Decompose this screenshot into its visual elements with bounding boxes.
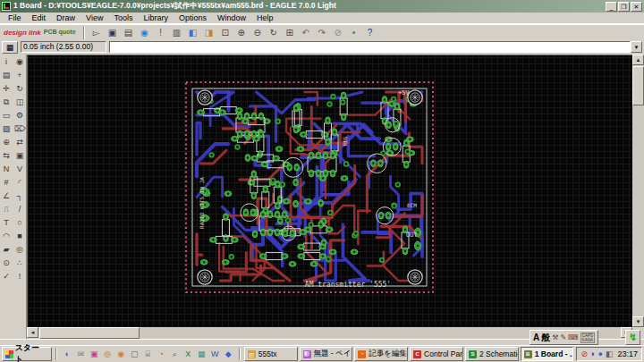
toolbar-button[interactable]: ↻ [266, 26, 282, 40]
quick-launch-icon[interactable]: ◎ [101, 348, 114, 361]
toolbar-button[interactable]: ▻ [89, 26, 105, 40]
toolbar-button[interactable]: ▥ [169, 26, 185, 40]
quick-launch-icon[interactable]: ◐ [61, 348, 74, 361]
start-button[interactable]: スタート [2, 347, 52, 361]
toolbar-button[interactable]: ▣ [105, 26, 121, 40]
board-canvas[interactable]: +5VREGECMOUTRADIO KITS IN JAAM transmitt… [27, 55, 632, 327]
palette-tool[interactable]: ▰ [0, 243, 13, 256]
toolbar-button[interactable]: ⊘ [330, 26, 346, 40]
horizontal-scroll-thumb[interactable] [39, 327, 140, 339]
toolbar-button[interactable]: ↶ [298, 26, 314, 40]
palette-tool[interactable]: ▣ [13, 149, 26, 162]
menu-item[interactable]: Library [139, 13, 174, 23]
ime-pad-icon[interactable]: ✎ [560, 333, 566, 341]
toolbar-button[interactable]: ⊞ [282, 26, 298, 40]
palette-tool[interactable]: ⇄ [13, 136, 26, 148]
palette-tool[interactable]: ◉ [13, 55, 26, 68]
command-dropdown-button[interactable]: ▼ [631, 41, 642, 53]
palette-tool[interactable]: i [0, 55, 13, 68]
palette-tool[interactable]: ◠ [0, 230, 13, 242]
palette-tool[interactable]: ◫ [13, 96, 26, 108]
menu-item[interactable]: Options [174, 13, 213, 23]
toolbar-button[interactable]: ⊡ [217, 26, 233, 40]
palette-tool[interactable]: ⊕ [0, 136, 13, 148]
palette-tool[interactable]: ■ [13, 230, 26, 242]
scroll-up-button[interactable]: ▲ [632, 55, 644, 65]
ime-tools-icon[interactable]: ⚒ [552, 333, 558, 341]
palette-tool[interactable]: ▭ [0, 109, 13, 122]
palette-tool[interactable]: ∠ [0, 189, 13, 202]
palette-tool[interactable]: ⊙ [0, 257, 13, 269]
toolbar-button[interactable]: ▤ [121, 26, 137, 40]
toolbar-button[interactable]: ◨ [201, 26, 217, 40]
ime-language-bar[interactable]: A 般 ⚒ ✎ ⌨ CAPS KANA [530, 330, 598, 345]
palette-tool[interactable]: ⇆ [0, 149, 13, 162]
palette-tool[interactable]: ⧉ [0, 96, 13, 108]
launcher-bolt-icon[interactable]: ↯ [625, 330, 640, 345]
scroll-down-button[interactable]: ▼ [632, 316, 644, 327]
taskbar-button-control-panel[interactable]: C Control Pane... [410, 347, 463, 361]
ime-caps-kana-button[interactable]: CAPS KANA [580, 333, 595, 343]
tray-icon[interactable]: ◗ [590, 349, 595, 358]
ime-dictionary-icon[interactable]: ⌨ [568, 333, 579, 341]
tray-icon[interactable]: ● [597, 349, 602, 358]
menu-item[interactable]: Tools [109, 13, 139, 23]
taskbar-button-schematic[interactable]: S 2 Schematic ... [465, 347, 519, 361]
restore-button[interactable]: ❐ [618, 2, 630, 12]
palette-tool[interactable]: ⌦ [13, 122, 26, 135]
quick-launch-icon[interactable]: ⌕ [168, 348, 182, 361]
menu-item[interactable]: Window [213, 13, 252, 23]
palette-tool[interactable]: ✓ [0, 270, 13, 282]
ime-conversion-mode[interactable]: 般 [541, 332, 550, 344]
ime-input-mode[interactable]: A [533, 333, 539, 342]
menu-item[interactable]: Help [252, 13, 280, 23]
palette-tool[interactable]: V [13, 163, 26, 175]
quick-launch-icon[interactable]: W [208, 348, 222, 361]
palette-tool[interactable]: ┐ [13, 189, 26, 202]
taskbar-button-board[interactable]: B 1 Board - ... [521, 347, 574, 361]
quick-launch-icon[interactable]: ▢ [128, 348, 141, 361]
toolbar-button[interactable]: • [346, 26, 362, 40]
toolbar-button[interactable]: ⊖ [250, 26, 266, 40]
vertical-scroll-thumb[interactable] [632, 66, 644, 105]
taskbar-button-firefox[interactable]: ◔ 記事を編集 |... [354, 347, 408, 361]
palette-tool[interactable]: ∴ [13, 257, 26, 269]
palette-tool[interactable]: ○ [13, 216, 26, 229]
palette-tool[interactable]: ! [13, 270, 26, 282]
palette-tool[interactable]: ⎍ [0, 203, 13, 215]
minimize-button[interactable]: _ [606, 2, 617, 12]
grid-button[interactable]: ▦ [2, 41, 18, 54]
command-input[interactable] [109, 41, 631, 53]
title-bar[interactable]: 1 Board - D:¥TOOLS¥EAGLE-7.0.0¥projects¥… [0, 0, 644, 13]
menu-item[interactable]: File [4, 13, 28, 23]
palette-tool[interactable]: ▨ [0, 122, 13, 135]
toolbar-button[interactable]: ! [153, 26, 169, 40]
palette-tool[interactable]: / [13, 203, 26, 215]
quick-launch-icon[interactable]: ▣ [88, 348, 101, 361]
palette-tool[interactable]: ▤ [0, 69, 13, 81]
palette-tool[interactable]: ↻ [13, 82, 26, 95]
palette-tool[interactable]: ◜ [13, 176, 26, 189]
taskbar-button-paint[interactable]: 彩 無題 - ペイント [300, 347, 353, 361]
quick-launch-icon[interactable]: X [182, 348, 195, 361]
quick-launch-icon[interactable]: ◉ [114, 348, 128, 361]
quick-launch-icon[interactable]: ◔ [155, 348, 168, 361]
quick-launch-icon[interactable]: ▦ [195, 348, 208, 361]
menu-item[interactable]: Draw [52, 13, 81, 23]
quick-launch-icon[interactable]: ✉ [74, 348, 88, 361]
quick-launch-icon[interactable]: ⌸ [141, 348, 155, 361]
designlink-logo[interactable]: design link PCB quote [2, 29, 80, 36]
palette-tool[interactable]: ◎ [13, 243, 26, 256]
toolbar-button[interactable]: ⊕ [233, 26, 250, 40]
quick-launch-icon[interactable]: ◆ [222, 348, 235, 361]
vertical-scrollbar[interactable]: ▲ ▼ [632, 55, 644, 327]
close-button[interactable]: ✕ [631, 2, 642, 12]
toolbar-button[interactable]: ◧ [185, 26, 201, 40]
menu-item[interactable]: View [81, 13, 109, 23]
tray-icon[interactable]: ◧ [606, 349, 614, 358]
palette-tool[interactable]: T [0, 216, 13, 229]
palette-tool[interactable]: # [0, 176, 13, 189]
scroll-left-button[interactable]: ◄ [27, 327, 38, 338]
toolbar-button[interactable]: ? [362, 26, 378, 40]
palette-tool[interactable]: + [13, 69, 26, 81]
